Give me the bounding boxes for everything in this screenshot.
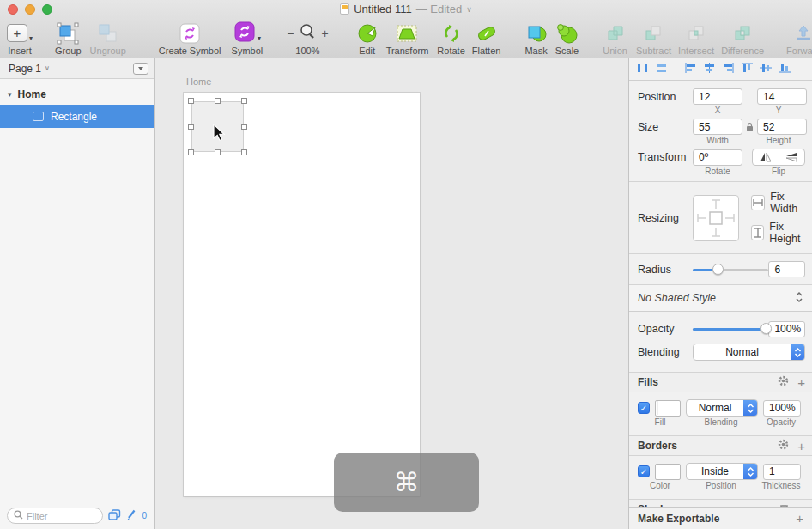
group-icon bbox=[57, 21, 79, 45]
canvas[interactable]: Home ⌘ bbox=[155, 58, 628, 529]
gear-icon[interactable] bbox=[778, 375, 789, 389]
align-middle-vertical-icon[interactable] bbox=[760, 62, 773, 76]
flip-vertical-button[interactable] bbox=[779, 149, 805, 165]
opacity-label: Opacity bbox=[638, 323, 693, 335]
flatten-button[interactable]: Flatten bbox=[472, 21, 501, 56]
disclosure-triangle-icon[interactable]: ▾ bbox=[8, 90, 12, 99]
border-enabled-checkbox[interactable]: ✓ bbox=[638, 465, 650, 477]
gear-icon[interactable] bbox=[778, 439, 789, 453]
scale-button[interactable]: Scale bbox=[555, 21, 579, 56]
make-exportable-bar[interactable]: Make Exportable + bbox=[629, 507, 812, 529]
fix-height-option[interactable]: Fix Height bbox=[751, 221, 805, 245]
pages-title: Page 1 bbox=[9, 63, 41, 75]
distribute-horizontally-icon[interactable] bbox=[636, 62, 649, 76]
transform-button[interactable]: Transform bbox=[386, 21, 429, 56]
flip-horizontal-button[interactable] bbox=[753, 149, 779, 165]
rotate-input[interactable]: 0º bbox=[693, 149, 742, 166]
selection-handle[interactable] bbox=[241, 124, 247, 130]
selection-handle[interactable] bbox=[241, 149, 247, 155]
resizing-pin-control[interactable] bbox=[693, 195, 739, 241]
sidebar-bottom-bar: 0 bbox=[0, 502, 154, 529]
x-sublabel: X bbox=[693, 106, 742, 115]
selection-handle[interactable] bbox=[215, 149, 221, 155]
edit-button[interactable]: Edit bbox=[356, 21, 379, 56]
radius-label: Radius bbox=[638, 264, 693, 276]
selection-handle[interactable] bbox=[188, 124, 194, 130]
make-exportable-label: Make Exportable bbox=[638, 513, 796, 525]
opacity-section: Opacity 100% Blending Normal bbox=[629, 312, 812, 365]
symbol-button[interactable]: ▾ Symbol bbox=[232, 21, 264, 56]
magnifier-icon bbox=[299, 23, 316, 43]
subtract-icon bbox=[642, 21, 664, 45]
blending-dropdown[interactable]: Normal bbox=[693, 344, 805, 361]
width-input[interactable]: 55 bbox=[693, 119, 742, 135]
ungroup-button: Ungroup bbox=[90, 21, 126, 56]
selection-handle[interactable] bbox=[188, 98, 194, 104]
command-key-icon: ⌘ bbox=[394, 467, 420, 497]
artboard-title[interactable]: Home bbox=[186, 76, 211, 87]
align-bottom-icon[interactable] bbox=[779, 62, 791, 76]
zoom-out-button[interactable]: − bbox=[287, 27, 294, 40]
align-top-icon[interactable] bbox=[741, 62, 754, 76]
pages-panel-toggle-button[interactable] bbox=[133, 63, 148, 75]
layer-row-home[interactable]: ▾ Home bbox=[0, 84, 154, 105]
fills-section-header: Fills + bbox=[629, 372, 812, 392]
border-color-swatch[interactable] bbox=[655, 464, 681, 480]
add-export-button[interactable]: + bbox=[796, 512, 803, 525]
align-center-horizontal-icon[interactable] bbox=[703, 62, 716, 76]
y-sublabel: Y bbox=[754, 106, 803, 115]
pencil-icon[interactable] bbox=[126, 509, 136, 523]
fill-blending-dropdown[interactable]: Normal bbox=[686, 399, 758, 417]
size-label: Size bbox=[638, 121, 693, 133]
radius-input[interactable]: 6 bbox=[768, 261, 805, 277]
artboard-name: Home bbox=[18, 88, 46, 100]
border-position-dropdown[interactable]: Inside bbox=[686, 463, 758, 480]
stepper-chevrons-icon bbox=[795, 291, 803, 306]
ungroup-icon bbox=[97, 21, 119, 45]
create-symbol-button[interactable]: Create Symbol bbox=[159, 21, 221, 56]
toolbar: +▾ Insert Group Ungroup Create Symbol ▾ … bbox=[0, 19, 812, 58]
add-fill-button[interactable]: + bbox=[797, 376, 805, 389]
pages-header[interactable]: Page 1 ∨ bbox=[0, 58, 154, 79]
add-border-button[interactable]: + bbox=[797, 440, 805, 453]
align-left-icon[interactable] bbox=[684, 62, 697, 76]
insert-button[interactable]: +▾ Insert bbox=[7, 21, 33, 56]
selection-handle[interactable] bbox=[215, 98, 221, 104]
height-input[interactable]: 52 bbox=[757, 119, 807, 135]
x-input[interactable]: 12 bbox=[693, 88, 742, 105]
document-icon bbox=[340, 3, 349, 15]
selection-handle[interactable] bbox=[241, 98, 247, 104]
transform-label: Transform bbox=[638, 151, 693, 163]
selection-handle[interactable] bbox=[188, 149, 194, 155]
filter-field[interactable] bbox=[7, 508, 103, 524]
zoom-in-button[interactable]: + bbox=[321, 27, 328, 40]
pages-list-icon[interactable] bbox=[108, 509, 121, 523]
mask-button[interactable]: Mask bbox=[524, 21, 547, 56]
rotate-button[interactable]: Rotate bbox=[437, 21, 464, 56]
fill-opacity-input[interactable]: 100% bbox=[763, 400, 801, 417]
fix-width-option[interactable]: Fix Width bbox=[751, 191, 805, 215]
fill-enabled-checkbox[interactable]: ✓ bbox=[638, 402, 650, 414]
align-right-icon[interactable] bbox=[722, 62, 735, 76]
intersect-icon bbox=[685, 21, 707, 45]
lock-icon[interactable] bbox=[746, 122, 754, 131]
group-button[interactable]: Group bbox=[55, 21, 82, 56]
mouse-cursor-icon bbox=[212, 124, 226, 145]
blending-label: Blending bbox=[638, 346, 693, 358]
radius-slider[interactable] bbox=[693, 264, 768, 276]
fill-color-swatch[interactable] bbox=[655, 400, 681, 417]
opacity-input[interactable]: 100% bbox=[768, 321, 805, 337]
borders-title: Borders bbox=[638, 440, 778, 452]
border-thickness-input[interactable]: 1 bbox=[763, 464, 801, 480]
edit-icon bbox=[356, 21, 379, 45]
opacity-slider[interactable] bbox=[693, 323, 768, 335]
y-input[interactable]: 14 bbox=[757, 88, 807, 105]
shared-style-selector[interactable]: No Shared Style bbox=[629, 285, 812, 312]
title-chevron-icon[interactable]: ∨ bbox=[466, 5, 472, 14]
distribute-vertically-icon[interactable] bbox=[655, 62, 668, 76]
zoom-control: − + 100% bbox=[287, 21, 328, 56]
layer-row-rectangle-selected[interactable]: Rectangle bbox=[0, 105, 154, 128]
filter-input[interactable] bbox=[27, 511, 87, 521]
transform-icon bbox=[396, 21, 418, 45]
border-position-sublabel: Position bbox=[682, 481, 760, 490]
